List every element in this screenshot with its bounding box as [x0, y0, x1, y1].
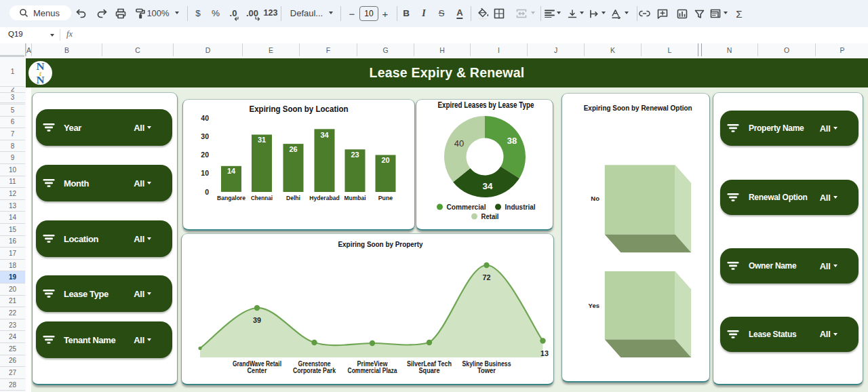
svg-text:40: 40 — [454, 138, 464, 149]
svg-text:Mumbai: Mumbai — [344, 194, 366, 201]
svg-text:0: 0 — [205, 188, 209, 196]
svg-text:Center: Center — [248, 367, 267, 374]
svg-text:30: 30 — [201, 132, 209, 140]
svg-text:40: 40 — [201, 114, 209, 122]
svg-text:34: 34 — [320, 131, 329, 139]
svg-text:39: 39 — [253, 316, 261, 324]
svg-text:34: 34 — [482, 181, 493, 191]
svg-text:Retail: Retail — [481, 212, 499, 220]
svg-text:20: 20 — [201, 151, 209, 159]
svg-text:Commercial Plaza: Commercial Plaza — [348, 367, 397, 374]
svg-text:Square: Square — [419, 367, 440, 374]
svg-text:14: 14 — [227, 167, 236, 175]
svg-text:Expiring Soon by Renewal Optio: Expiring Soon by Renewal Option — [584, 104, 692, 112]
svg-text:No: No — [591, 195, 599, 202]
svg-text:Expiring Soon by Location: Expiring Soon by Location — [250, 104, 349, 114]
svg-text:26: 26 — [289, 145, 297, 153]
svg-text:Corporate Park: Corporate Park — [293, 367, 336, 374]
svg-text:Industrial: Industrial — [505, 203, 536, 211]
svg-text:23: 23 — [351, 151, 359, 159]
svg-text:Expired Leases by Lease Type: Expired Leases by Lease Type — [437, 100, 534, 110]
svg-text:Expiring Soon by Property: Expiring Soon by Property — [338, 240, 424, 248]
svg-text:72: 72 — [482, 273, 490, 281]
svg-text:38: 38 — [507, 136, 517, 146]
svg-text:Chennai: Chennai — [251, 194, 273, 201]
svg-text:Yes: Yes — [589, 302, 599, 309]
svg-text:Tower: Tower — [477, 367, 496, 374]
svg-text:10: 10 — [201, 169, 209, 177]
svg-text:20: 20 — [381, 156, 389, 164]
svg-text:Bangalore: Bangalore — [217, 194, 245, 201]
svg-text:Commercial: Commercial — [447, 203, 486, 211]
svg-text:Pune: Pune — [378, 194, 393, 201]
svg-text:13: 13 — [540, 349, 549, 357]
svg-text:Delhi: Delhi — [286, 194, 300, 201]
svg-text:Hyderabad: Hyderabad — [309, 194, 340, 201]
svg-text:31: 31 — [258, 136, 266, 144]
